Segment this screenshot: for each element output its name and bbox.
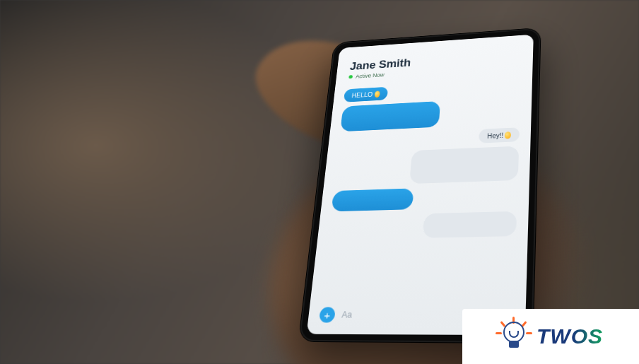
status-text: Active Now: [356, 72, 385, 80]
chat-screen: Jane Smith Active Now HELLO Hey!!: [307, 35, 534, 336]
message-list[interactable]: HELLO Hey!!: [310, 74, 532, 300]
watermark-brand: TWOS: [537, 324, 603, 348]
phone-frame: Jane Smith Active Now HELLO Hey!!: [299, 28, 541, 343]
phone-mockup: Jane Smith Active Now HELLO Hey!!: [299, 28, 541, 343]
plus-icon: +: [324, 310, 331, 320]
watermark-badge: TWOS: [462, 309, 639, 364]
lightbulb-icon: [498, 321, 529, 352]
message-bubble-received[interactable]: [423, 211, 517, 238]
add-attachment-button[interactable]: +: [319, 307, 336, 322]
message-bubble-sent[interactable]: [340, 101, 440, 131]
message-text: HELLO: [351, 90, 373, 100]
smile-emoji-icon: [505, 131, 511, 139]
message-bubble-sent[interactable]: [332, 188, 414, 211]
smile-emoji-icon: [374, 90, 380, 98]
message-bubble-received[interactable]: Hey!!: [479, 127, 520, 143]
online-dot-icon: [348, 75, 353, 78]
message-bubble-sent[interactable]: HELLO: [344, 87, 388, 102]
message-text: Hey!!: [487, 131, 504, 140]
message-bubble-received[interactable]: [409, 146, 519, 184]
